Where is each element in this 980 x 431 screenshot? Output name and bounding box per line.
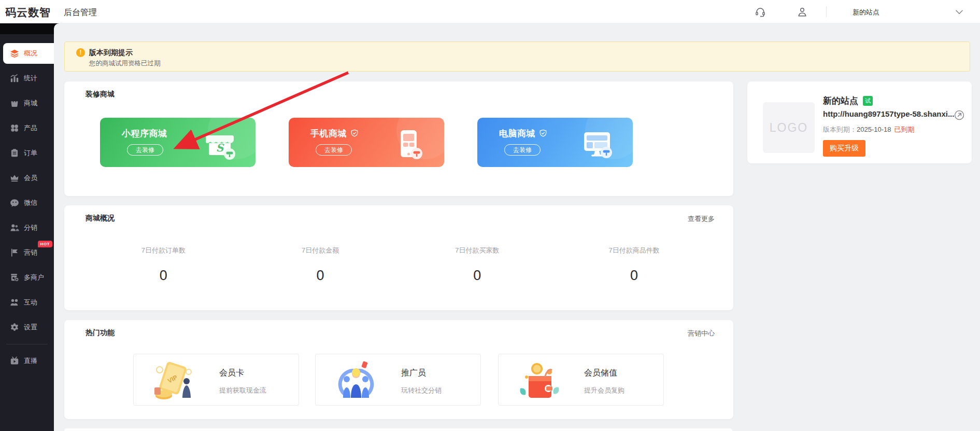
section-title: 热门功能 bbox=[86, 328, 115, 338]
sidebar-item-label: 分销 bbox=[24, 223, 37, 232]
sidebar-item-live[interactable]: 直播 bbox=[0, 349, 54, 373]
section-title: 装修商城 bbox=[86, 90, 115, 99]
site-url[interactable]: http://huang897157type-58.shanxi... bbox=[823, 109, 960, 118]
pc-mall-card[interactable]: 电脑商城 去装修 bbox=[477, 118, 633, 167]
sidebar-item-members[interactable]: 会员 bbox=[0, 165, 54, 190]
live-tv-icon bbox=[10, 356, 19, 366]
clipboard-icon bbox=[10, 148, 19, 158]
crown-icon bbox=[10, 173, 19, 183]
stat-value: 0 bbox=[85, 268, 242, 284]
card-title: 小程序商城 bbox=[122, 128, 167, 140]
stat-label: 7日付款金额 bbox=[242, 246, 399, 255]
external-link-icon[interactable] bbox=[954, 110, 964, 120]
feature-subtitle: 提升会员复购 bbox=[584, 386, 624, 395]
sidebar: 概况 统计 bbox=[0, 34, 54, 431]
sidebar-item-label: 产品 bbox=[24, 123, 37, 133]
top-header: 码云数智 后台管理 新的站点 bbox=[0, 0, 980, 23]
sidebar-item-interaction[interactable]: 互动 bbox=[0, 290, 54, 315]
sidebar-item-label: 概况 bbox=[24, 49, 37, 58]
sidebar-item-label: 订单 bbox=[24, 148, 37, 158]
support-headset-icon[interactable] bbox=[755, 6, 766, 18]
card-title: 手机商城 bbox=[310, 128, 359, 140]
expired-status: 已到期 bbox=[894, 126, 915, 133]
feature-title: 推广员 bbox=[401, 368, 426, 379]
version-expiry-banner: ! 版本到期提示 您的商城试用资格已过期 bbox=[64, 41, 970, 72]
sidebar-item-multi-merchant[interactable]: 多商户 bbox=[0, 265, 54, 290]
brand-logo: 码云数智 bbox=[5, 5, 51, 20]
promoter-illustration bbox=[330, 358, 382, 402]
member-card-feature[interactable]: VIP 会员卡 提前获取现金流 bbox=[133, 354, 299, 406]
sidebar-item-label: 商城 bbox=[24, 99, 37, 108]
gear-icon bbox=[10, 323, 19, 332]
stat-paid-buyers: 7日付款买家数 0 bbox=[399, 246, 556, 284]
stored-value-illustration bbox=[513, 358, 565, 402]
decorate-button[interactable]: 去装修 bbox=[504, 144, 541, 156]
site-selector[interactable]: 新的站点 bbox=[853, 8, 879, 17]
sidebar-item-label: 直播 bbox=[24, 356, 37, 366]
decorate-button[interactable]: 去装修 bbox=[316, 144, 352, 156]
sidebar-item-marketing[interactable]: 营销 HOT bbox=[0, 240, 54, 265]
desktop-monitor-icon bbox=[580, 128, 614, 162]
sidebar-item-label: 互动 bbox=[24, 298, 37, 307]
site-info-panel: LOGO 新的站点试 http://huang897157type-58.sha… bbox=[747, 81, 972, 163]
stat-paid-items: 7日付款商品件数 0 bbox=[556, 246, 713, 284]
mobile-mall-card[interactable]: 手机商城 去装修 bbox=[289, 118, 444, 167]
decorate-mall-panel: 装修商城 小程序商城 去装修 S 手机商城 去装修 bbox=[64, 81, 733, 196]
warning-icon: ! bbox=[76, 48, 85, 57]
wechat-icon bbox=[10, 198, 19, 207]
page-title: 后台管理 bbox=[64, 7, 97, 18]
member-card-illustration: VIP bbox=[148, 358, 200, 402]
expiry-date: 2025-10-18 bbox=[857, 126, 891, 133]
shield-check-icon bbox=[350, 129, 359, 137]
marketing-center-link[interactable]: 营销中心 bbox=[688, 329, 715, 338]
hot-features-panel: 热门功能 营销中心 VIP 会 bbox=[64, 320, 733, 419]
decorate-button[interactable]: 去装修 bbox=[127, 144, 163, 156]
stat-paid-amount: 7日付款金额 0 bbox=[242, 246, 399, 284]
mini-program-store-icon: S bbox=[203, 128, 237, 162]
shield-check-icon bbox=[539, 129, 547, 137]
admin-dashboard: 码云数智 后台管理 新的站点 bbox=[0, 0, 980, 431]
header-divider bbox=[826, 6, 827, 17]
section-title: 商城概况 bbox=[86, 214, 115, 223]
two-people-icon bbox=[10, 298, 19, 307]
trial-badge: 试 bbox=[863, 96, 873, 106]
promoter-feature[interactable]: 推广员 玩转社交分销 bbox=[315, 354, 481, 406]
sidebar-item-products[interactable]: 产品 bbox=[0, 116, 54, 141]
card-title: 电脑商城 bbox=[499, 128, 547, 140]
sidebar-item-mall[interactable]: 商城 bbox=[0, 91, 54, 116]
stat-value: 0 bbox=[556, 268, 713, 284]
chevron-down-icon[interactable] bbox=[956, 10, 963, 15]
alert-title: 版本到期提示 bbox=[89, 48, 133, 58]
sidebar-item-label: 营销 bbox=[24, 248, 37, 257]
account-user-icon[interactable] bbox=[797, 6, 808, 18]
buy-upgrade-button[interactable]: 购买升级 bbox=[823, 140, 865, 157]
mini-program-mall-card[interactable]: 小程序商城 去装修 S bbox=[100, 118, 255, 167]
bar-chart-icon bbox=[10, 74, 19, 83]
feature-subtitle: 玩转社交分销 bbox=[401, 386, 442, 395]
hot-badge: HOT bbox=[38, 241, 52, 247]
sidebar-item-distribution[interactable]: 分销 bbox=[0, 215, 54, 240]
alert-message: 您的商城试用资格已过期 bbox=[89, 59, 161, 68]
sidebar-item-wechat[interactable]: 微信 bbox=[0, 190, 54, 215]
next-panel-edge bbox=[64, 428, 732, 431]
sidebar-divider bbox=[6, 344, 48, 344]
feature-title: 会员卡 bbox=[219, 368, 244, 379]
mall-overview-panel: 商城概况 查看更多 7日付款订单数 0 7日付款金额 0 7日付款买家数 0 7… bbox=[64, 205, 733, 310]
feature-subtitle: 提前获取现金流 bbox=[219, 386, 266, 395]
stored-value-feature[interactable]: 会员储值 提升会员复购 bbox=[498, 354, 664, 406]
sidebar-item-label: 微信 bbox=[24, 198, 37, 207]
site-name: 新的站点试 bbox=[823, 95, 873, 107]
sidebar-item-overview[interactable]: 概况 bbox=[3, 43, 54, 64]
site-logo-placeholder: LOGO bbox=[763, 102, 815, 153]
mobile-phone-icon bbox=[391, 128, 425, 162]
clover-grid-icon bbox=[10, 123, 19, 133]
svg-text:S: S bbox=[216, 142, 224, 154]
flag-icon bbox=[10, 248, 19, 257]
sidebar-item-label: 多商户 bbox=[24, 273, 44, 282]
sidebar-item-statistics[interactable]: 统计 bbox=[0, 66, 54, 91]
stat-label: 7日付款商品件数 bbox=[556, 246, 713, 255]
view-more-link[interactable]: 查看更多 bbox=[688, 214, 715, 224]
sidebar-item-settings[interactable]: 设置 bbox=[0, 315, 54, 340]
sidebar-item-label: 统计 bbox=[24, 74, 37, 83]
sidebar-item-orders[interactable]: 订单 bbox=[0, 141, 54, 165]
